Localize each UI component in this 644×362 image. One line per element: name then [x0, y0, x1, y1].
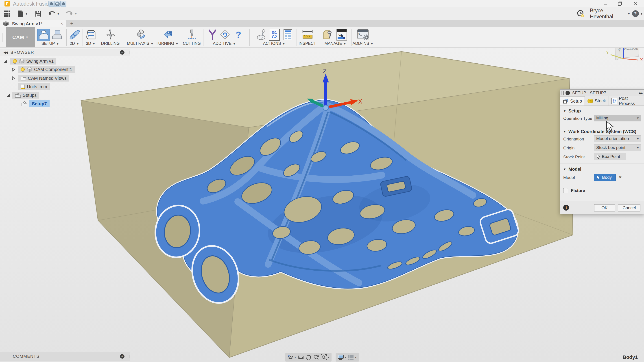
section-setup[interactable]: ▼Setup	[563, 108, 581, 114]
expander-closed-icon[interactable]	[12, 68, 15, 72]
post-process-icon[interactable]	[256, 29, 268, 41]
minimize-button[interactable]	[600, 1, 610, 6]
new-tab-button[interactable]: +	[67, 20, 76, 27]
ribbon-group-actions[interactable]: ACTIONS▼	[263, 41, 285, 46]
browser-minimize-icon[interactable]	[120, 50, 124, 55]
expander-open-icon[interactable]	[7, 94, 10, 97]
redo-button[interactable]: ▼	[64, 9, 78, 18]
restore-button[interactable]	[615, 1, 625, 6]
tree-item-named-views[interactable]: CAM Named Views	[12, 75, 69, 82]
data-panel-grid-icon[interactable]	[3, 9, 12, 18]
browser-resize-handle[interactable]	[127, 51, 130, 54]
file-menu-button[interactable]: ▼	[17, 9, 29, 18]
ribbon-group-cutting[interactable]: CUTTING	[183, 41, 201, 46]
tree-chip-named-views[interactable]: CAM Named Views	[18, 75, 69, 82]
new-folder-button[interactable]	[51, 29, 63, 41]
look-at-tool[interactable]	[297, 354, 304, 361]
wcs-origin-point[interactable]	[323, 105, 328, 110]
tab-stock[interactable]: Stock	[585, 96, 609, 106]
expander-closed-icon[interactable]	[12, 76, 15, 80]
overlay-share-icon[interactable]	[54, 1, 60, 7]
orbit-dropdown-caret[interactable]: ▼	[294, 356, 296, 359]
multi-axis-icon[interactable]	[134, 29, 146, 41]
ok-button[interactable]: OK	[594, 204, 615, 211]
cutting-icon[interactable]	[186, 29, 198, 41]
origin-dropdown[interactable]: Stock box point▼	[594, 144, 641, 151]
orbit-tool[interactable]	[287, 354, 294, 361]
overlay-camera-icon[interactable]	[60, 1, 66, 7]
fit-dropdown-caret[interactable]: ▼	[327, 356, 330, 359]
ribbon-group-drilling[interactable]: DRILLING	[101, 41, 120, 46]
visibility-bulb-icon[interactable]	[13, 59, 17, 63]
add-comment-icon[interactable]	[120, 354, 124, 359]
ribbon-group-setup[interactable]: SETUP▼	[42, 41, 59, 46]
scripts-addins-icon[interactable]	[357, 29, 369, 41]
additive-support-icon[interactable]	[206, 29, 218, 41]
tree-item-root[interactable]: Swing Arm v1	[4, 58, 56, 64]
overlay-record-icon[interactable]	[48, 1, 54, 7]
info-icon[interactable]	[563, 205, 569, 210]
visibility-bulb-icon[interactable]	[21, 67, 25, 71]
tree-chip-swing-arm[interactable]: Swing Arm v1	[10, 58, 56, 64]
measure-icon[interactable]	[302, 29, 314, 41]
help-menu-button[interactable]: ▼	[632, 9, 643, 18]
turning-icon[interactable]	[161, 29, 173, 41]
dialog-header[interactable]: SETUP : SETUP7 ▶▶	[560, 90, 644, 97]
browser-collapse-icon[interactable]: ◀◀	[3, 51, 8, 54]
ribbon-group-3d[interactable]: 3D▼	[86, 41, 95, 46]
tree-chip-cam-component[interactable]: CAM Component:1	[18, 66, 75, 73]
dialog-minimize-icon[interactable]	[566, 91, 570, 95]
job-status-clock-icon[interactable]	[576, 9, 586, 18]
expander-open-icon[interactable]	[4, 60, 7, 63]
orientation-dropdown[interactable]: Model orientation▼	[594, 135, 641, 142]
tree-item-setup7[interactable]: Setup7	[22, 100, 50, 107]
dialog-expand-icon[interactable]: ▶▶	[639, 91, 642, 95]
fixture-checkbox[interactable]	[563, 188, 568, 193]
fit-view-tool[interactable]	[320, 354, 328, 361]
gcode-simulate-icon[interactable]: G1G2	[268, 29, 280, 41]
browser-panel-header[interactable]: ◀◀ BROWSER	[0, 49, 130, 56]
ribbon-group-inspect[interactable]: INSPECT	[298, 41, 316, 46]
machining-time-icon[interactable]	[336, 29, 348, 41]
tree-chip-setups[interactable]: Setups	[12, 92, 39, 99]
close-button[interactable]	[631, 1, 641, 6]
display-dropdown-caret[interactable]: ▼	[344, 356, 347, 359]
display-settings-tool[interactable]	[337, 354, 344, 361]
section-model[interactable]: ▼Model	[563, 167, 582, 172]
ribbon-group-2d[interactable]: 2D▼	[70, 41, 79, 46]
tab-setup[interactable]: Setup	[560, 96, 585, 106]
stock-point-button[interactable]: Box Point	[594, 153, 626, 160]
dialog-drag-handle[interactable]	[561, 91, 564, 95]
comments-panel-header[interactable]: COMMENTS	[0, 352, 130, 361]
document-tab-active[interactable]: Swing Arm v1*	[0, 20, 66, 27]
user-account-menu[interactable]: Bryce Heventhal ▼	[590, 9, 630, 18]
ribbon-group-add-ins[interactable]: ADD-INS▼	[352, 41, 374, 46]
tab-post-process[interactable]: G1 G2 Post Process	[609, 96, 644, 106]
tab-close-icon[interactable]	[60, 21, 63, 26]
tree-item-setups[interactable]: Setups	[7, 92, 39, 99]
pan-tool[interactable]	[304, 354, 312, 361]
model-remove-icon[interactable]	[619, 174, 622, 180]
cancel-button[interactable]: Cancel	[618, 204, 640, 211]
ribbon-group-manage[interactable]: MANAGE▼	[324, 41, 346, 46]
section-wcs[interactable]: ▼Work Coordinate System (WCS)	[563, 129, 636, 134]
undo-button[interactable]: ▼	[47, 9, 60, 18]
tree-item-units[interactable]: Units: mm	[18, 83, 50, 90]
workspace-switcher[interactable]: CAM ▼	[6, 27, 35, 47]
3d-milling-icon[interactable]	[85, 29, 97, 41]
comments-resize-handle[interactable]	[127, 355, 130, 358]
new-setup-button[interactable]	[37, 29, 50, 41]
tree-chip-setup7-selected[interactable]: Setup7	[29, 100, 50, 107]
2d-milling-icon[interactable]	[69, 29, 81, 41]
drilling-icon[interactable]	[104, 29, 116, 41]
model-body-chip[interactable]: Body	[594, 174, 616, 181]
save-icon[interactable]	[34, 9, 42, 18]
operation-type-dropdown[interactable]: Milling▼	[594, 115, 641, 121]
tool-library-icon[interactable]	[322, 29, 335, 41]
ribbon-group-multi-axis[interactable]: MULTI-AXIS▼	[127, 41, 154, 46]
ribbon-group-turning[interactable]: TURNING▼	[156, 41, 178, 46]
ribbon-grip-handle[interactable]	[2, 33, 6, 42]
grid-dropdown-caret[interactable]: ▼	[354, 356, 357, 359]
grid-layout-tool[interactable]	[347, 354, 355, 361]
zoom-tool[interactable]	[312, 354, 320, 361]
